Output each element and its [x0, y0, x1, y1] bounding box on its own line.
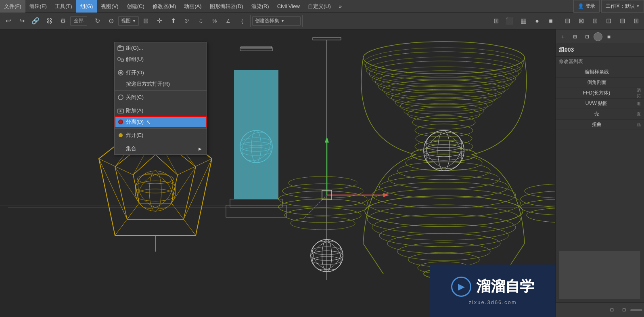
- menu-view[interactable]: 视图(V): [97, 0, 122, 13]
- rt-mirror-button[interactable]: ⊡: [581, 31, 593, 42]
- angle-button[interactable]: ∠: [222, 15, 235, 27]
- login-button[interactable]: 👤 登录: [573, 0, 600, 13]
- menu-attach-item[interactable]: 附加(A): [115, 105, 207, 116]
- menu-create[interactable]: 创建(C): [123, 0, 148, 13]
- bracket-button[interactable]: {: [236, 15, 249, 27]
- sep5: [115, 142, 207, 142]
- undo-button[interactable]: ↩: [2, 15, 15, 27]
- selection-set-arrow: ▼: [281, 19, 284, 23]
- all-button[interactable]: 全部: [70, 16, 87, 26]
- menu-explode-item[interactable]: 炸开(E): [115, 130, 207, 141]
- selection-set-label: 创建选择集: [255, 17, 279, 24]
- tb-layout2[interactable]: ⊠: [575, 15, 588, 27]
- tb-grid-button[interactable]: ▦: [517, 15, 530, 27]
- curve-button[interactable]: ℒ: [194, 15, 207, 27]
- modifier-list-label: 修改器列表: [556, 57, 644, 67]
- tb-mag-button[interactable]: ⬛: [503, 15, 516, 27]
- menu-graph-editor[interactable]: 图形编辑器(D): [206, 0, 247, 13]
- modifier-uvw[interactable]: UVW 贴图 追: [556, 99, 644, 109]
- open-recursive-label: 按递归方式打开(R): [126, 80, 170, 88]
- tb-layout3[interactable]: ⊞: [588, 15, 601, 27]
- menu-open-item[interactable]: 打开(O): [115, 67, 207, 78]
- tb-layout1[interactable]: ⊟: [561, 15, 574, 27]
- modifier-twist[interactable]: 扭曲 晶: [556, 120, 644, 130]
- redo-button[interactable]: ↪: [15, 15, 28, 27]
- attach-icon: [117, 107, 124, 114]
- user-icon: 👤: [578, 3, 584, 9]
- tb-sq-btn[interactable]: ■: [544, 15, 557, 27]
- tb-sep2: [250, 15, 251, 27]
- tb-layout4[interactable]: ⊡: [602, 15, 615, 27]
- menu-assembly-item[interactable]: 集合 ▶: [115, 143, 207, 154]
- right-panel-title: 组003: [556, 44, 644, 57]
- rt-square-button[interactable]: ■: [603, 31, 615, 42]
- menu-civil-view[interactable]: Civil View: [273, 0, 304, 13]
- modifier-spline-name: 编辑样条线: [559, 69, 634, 76]
- watermark-play-icon: ▶: [451, 277, 471, 297]
- rot3d-button[interactable]: 3°: [181, 15, 194, 27]
- menu-render[interactable]: 渲染(R): [247, 0, 273, 13]
- svg-point-131: [119, 120, 122, 124]
- menu-close-item[interactable]: 关闭(C): [115, 92, 207, 103]
- explode-label: 炸开(E): [126, 132, 143, 139]
- rt-plus-button[interactable]: +: [557, 31, 569, 42]
- modifier-spline[interactable]: 编辑样条线: [556, 67, 644, 78]
- ungroup-icon: [117, 56, 124, 63]
- menu-open-recursive-item[interactable]: 按递归方式打开(R): [115, 78, 207, 90]
- modifier-ffd[interactable]: FFD(长方体) 消拓: [556, 88, 644, 99]
- menu-file[interactable]: 文件(F): [0, 0, 25, 13]
- menu-modifier[interactable]: 修改器(M): [148, 0, 180, 13]
- group-dropdown-menu: 组(G)... 解组(U) 打开(O) 按递归方式打开(R): [114, 42, 207, 155]
- menu-ungroup-item[interactable]: 解组(U): [115, 54, 207, 65]
- unlink-button[interactable]: ⛓: [43, 15, 56, 27]
- color-preview: [559, 251, 641, 299]
- rb-slider[interactable]: [630, 309, 642, 311]
- menu-group-item[interactable]: 组(G)...: [115, 42, 207, 54]
- workspace-button[interactable]: 工作区：默认 ▼: [601, 0, 644, 13]
- refresh-button[interactable]: ↻: [91, 15, 104, 27]
- modifier-bevel-name: 倒角剖面: [559, 79, 634, 86]
- menu-customize[interactable]: 自定义(U): [304, 0, 335, 13]
- workspace-label: 工作区：默认: [606, 3, 635, 10]
- explode-icon: [117, 132, 124, 139]
- toolbar: ↩ ↪ 🔗 ⛓ ⚙ 全部 ↻ ⊙ 视图 ▼ ⊞ ✛ ⬆ 3° ℒ % ∠ { 创…: [0, 13, 644, 29]
- view-dropdown[interactable]: 视图 ▼: [118, 16, 139, 26]
- rt-grid-button[interactable]: ⊞: [569, 31, 581, 42]
- tb-layout5[interactable]: ⊟: [616, 15, 629, 27]
- sep1: [115, 66, 207, 66]
- menu-animation[interactable]: 动画(A): [180, 0, 205, 13]
- sep4: [115, 128, 207, 129]
- modifier-shell-name: 壳: [559, 111, 634, 118]
- tb-filter-button[interactable]: ⊞: [489, 15, 502, 27]
- svg-point-126: [118, 95, 123, 100]
- modifier-twist-side: 晶: [634, 122, 641, 128]
- rb-btn1[interactable]: ⊞: [606, 304, 617, 316]
- menu-tools[interactable]: 工具(T): [51, 0, 76, 13]
- percent-button[interactable]: %: [208, 15, 221, 27]
- menu-group[interactable]: 组(G): [76, 0, 97, 13]
- modifier-uvw-name: UVW 贴图: [559, 100, 634, 107]
- plus-button[interactable]: ✛: [153, 15, 166, 27]
- link-button[interactable]: 🔗: [29, 15, 42, 27]
- all-label: 全部: [74, 17, 84, 24]
- selection-set-dropdown[interactable]: 创建选择集 ▼: [252, 16, 301, 26]
- svg-rect-32: [234, 70, 278, 199]
- modifier-bevel[interactable]: 倒角剖面: [556, 78, 644, 88]
- color-swatch-area: [556, 130, 644, 302]
- rt-circle-button[interactable]: [594, 32, 602, 41]
- up-button[interactable]: ⬆: [167, 15, 180, 27]
- menu-edit[interactable]: 编辑(E): [25, 0, 51, 13]
- menu-detach-item[interactable]: 分离(D) ↖: [115, 116, 207, 128]
- viewport[interactable]: [+] [前] [标准] [线框]: [0, 29, 555, 317]
- tb-circle-btn2[interactable]: ●: [531, 15, 544, 27]
- cyan-cylinder: [226, 46, 286, 217]
- snap-button[interactable]: ⊞: [140, 15, 153, 27]
- menu-more[interactable]: »: [335, 0, 346, 13]
- tb-layout6[interactable]: ⊞: [629, 15, 642, 27]
- view-dropdown-arrow: ▼: [132, 19, 136, 23]
- modifier-shell[interactable]: 壳 直: [556, 109, 644, 120]
- rb-btn2[interactable]: ⊡: [618, 304, 629, 316]
- circle-button[interactable]: ⊙: [105, 15, 117, 27]
- bind-button[interactable]: ⚙: [56, 15, 69, 27]
- close-label: 关闭(C): [126, 94, 144, 101]
